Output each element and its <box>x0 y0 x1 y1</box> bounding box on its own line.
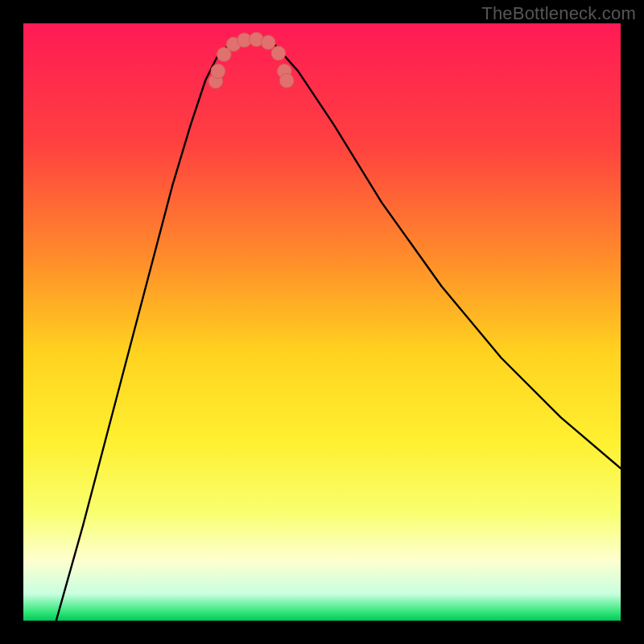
fit-dot <box>261 35 275 50</box>
chart-frame: TheBottleneck.com <box>0 0 644 644</box>
plot-area <box>23 23 621 621</box>
fit-dot <box>271 46 286 60</box>
curve-svg <box>23 23 621 621</box>
fit-dot <box>211 64 225 79</box>
gradient-background <box>23 23 621 621</box>
watermark-text: TheBottleneck.com <box>481 3 636 24</box>
fit-dot <box>279 73 294 88</box>
